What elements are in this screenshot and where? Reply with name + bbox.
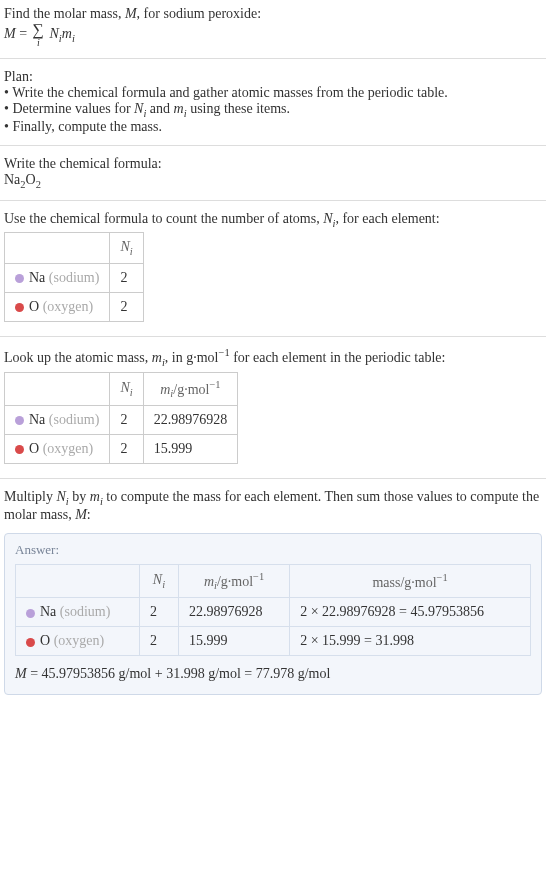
- col-mass: mass/g·mol−1: [290, 564, 531, 597]
- divider: [0, 200, 546, 201]
- sigma-icon: ∑: [33, 22, 44, 38]
- sum-index: i: [37, 38, 40, 48]
- answer-box: Answer: Ni mi/g·mol−1 mass/g·mol−1 Na (s…: [4, 533, 542, 695]
- formula-lhs: M: [4, 26, 16, 41]
- n-cell: 2: [139, 627, 178, 656]
- element-cell: O (oxygen): [16, 627, 140, 656]
- atom-count-section: Use the chemical formula to count the nu…: [0, 205, 546, 333]
- element-dot-icon: [26, 609, 35, 618]
- n-cell: 2: [139, 598, 178, 627]
- atomic-mass-title: Look up the atomic mass, mi, in g·mol−1 …: [4, 347, 542, 367]
- table-row: Na (sodium) 2 22.98976928: [5, 406, 238, 435]
- intro-M: M: [125, 6, 137, 21]
- table-row: O (oxygen) 2: [5, 293, 144, 322]
- col-n: Ni: [110, 372, 143, 405]
- plan-bullet-2: • Determine values for Ni and mi using t…: [4, 101, 542, 119]
- atomic-mass-section: Look up the atomic mass, mi, in g·mol−1 …: [0, 341, 546, 474]
- n-cell: 2: [110, 435, 143, 464]
- mass-cell: 2 × 22.98976928 = 45.97953856: [290, 598, 531, 627]
- intro-line1-b: , for sodium peroxide:: [137, 6, 261, 21]
- atomic-mass-table: Ni mi/g·mol−1 Na (sodium) 2 22.98976928 …: [4, 372, 238, 464]
- divider: [0, 478, 546, 479]
- element-cell: Na (sodium): [5, 406, 110, 435]
- table-header-row: Ni: [5, 233, 144, 264]
- col-m: mi/g·mol−1: [143, 372, 238, 405]
- n-cell: 2: [110, 293, 143, 322]
- table-row: Na (sodium) 2 22.98976928 2 × 22.9897692…: [16, 598, 531, 627]
- answer-label: Answer:: [15, 542, 531, 558]
- atom-count-table: Ni Na (sodium) 2 O (oxygen) 2: [4, 232, 144, 322]
- table-row: O (oxygen) 2 15.999: [5, 435, 238, 464]
- table-header-row: Ni mi/g·mol−1 mass/g·mol−1: [16, 564, 531, 597]
- m-cell: 15.999: [179, 627, 290, 656]
- col-element: [5, 233, 110, 264]
- element-dot-icon: [26, 638, 35, 647]
- element-dot-icon: [15, 274, 24, 283]
- col-m: mi/g·mol−1: [179, 564, 290, 597]
- plan-bullet-1: • Write the chemical formula and gather …: [4, 85, 542, 101]
- multiply-text: Multiply Ni by mi to compute the mass fo…: [4, 489, 542, 523]
- divider: [0, 145, 546, 146]
- plan-bullet-3: • Finally, compute the mass.: [4, 119, 542, 135]
- element-dot-icon: [15, 445, 24, 454]
- molar-mass-formula: M = ∑ i Nimi: [4, 22, 542, 48]
- element-dot-icon: [15, 416, 24, 425]
- col-element: [5, 372, 110, 405]
- multiply-section: Multiply Ni by mi to compute the mass fo…: [0, 483, 546, 529]
- element-dot-icon: [15, 303, 24, 312]
- plan-section: Plan: • Write the chemical formula and g…: [0, 63, 546, 141]
- n-cell: 2: [110, 406, 143, 435]
- element-cell: O (oxygen): [5, 293, 110, 322]
- atom-count-title: Use the chemical formula to count the nu…: [4, 211, 542, 229]
- final-text: = 45.97953856 g/mol + 31.998 g/mol = 77.…: [27, 666, 331, 681]
- element-cell: O (oxygen): [5, 435, 110, 464]
- table-header-row: Ni mi/g·mol−1: [5, 372, 238, 405]
- m-cell: 15.999: [143, 435, 238, 464]
- intro-section: Find the molar mass, M, for sodium perox…: [0, 0, 546, 54]
- chemical-formula-section: Write the chemical formula: Na2O2: [0, 150, 546, 196]
- formula-mi: mi: [62, 26, 75, 41]
- m-cell: 22.98976928: [179, 598, 290, 627]
- intro-text: Find the molar mass, M, for sodium perox…: [4, 6, 542, 22]
- m-cell: 22.98976928: [143, 406, 238, 435]
- formula-Ni: Ni: [49, 26, 61, 41]
- chem-formula-title: Write the chemical formula:: [4, 156, 542, 172]
- element-cell: Na (sodium): [5, 264, 110, 293]
- element-cell: Na (sodium): [16, 598, 140, 627]
- chemical-formula: Na2O2: [4, 172, 542, 190]
- plan-title: Plan:: [4, 69, 542, 85]
- table-row: O (oxygen) 2 15.999 2 × 15.999 = 31.998: [16, 627, 531, 656]
- sum-symbol: ∑ i: [33, 22, 44, 48]
- equals: =: [19, 26, 30, 41]
- intro-line1-a: Find the molar mass,: [4, 6, 125, 21]
- mass-cell: 2 × 15.999 = 31.998: [290, 627, 531, 656]
- n-cell: 2: [110, 264, 143, 293]
- divider: [0, 336, 546, 337]
- final-result: M = 45.97953856 g/mol + 31.998 g/mol = 7…: [15, 666, 531, 682]
- col-n: Ni: [110, 233, 143, 264]
- table-row: Na (sodium) 2: [5, 264, 144, 293]
- answer-table: Ni mi/g·mol−1 mass/g·mol−1 Na (sodium) 2…: [15, 564, 531, 656]
- divider: [0, 58, 546, 59]
- col-n: Ni: [139, 564, 178, 597]
- col-element: [16, 564, 140, 597]
